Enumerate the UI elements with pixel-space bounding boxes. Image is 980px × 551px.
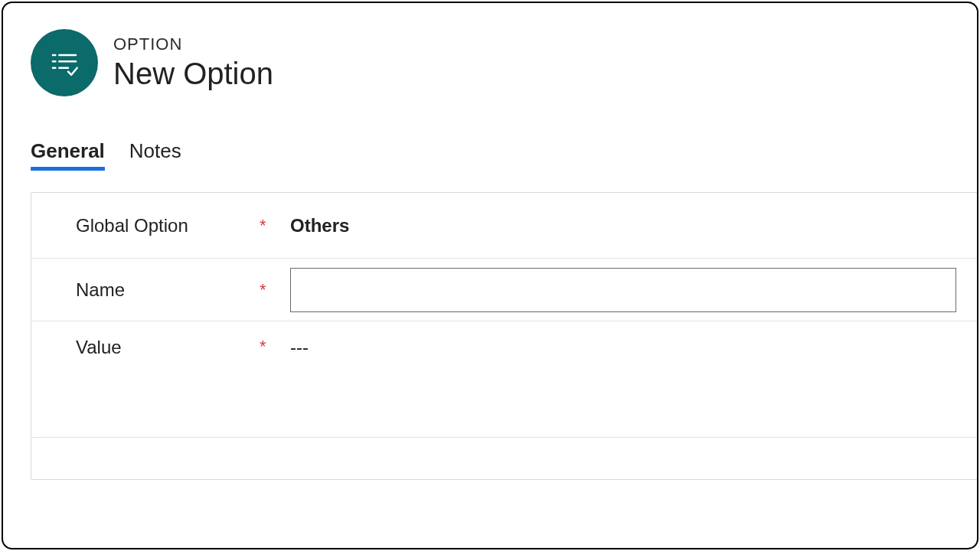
value-label: Value [76,337,260,358]
tab-notes[interactable]: Notes [129,139,181,169]
global-option-label: Global Option [76,215,260,236]
value-value[interactable]: --- [290,337,977,358]
name-input[interactable] [290,268,956,312]
field-row-name: Name * [31,259,977,321]
header-text: OPTION New Option [113,34,273,91]
name-field-wrap [290,268,977,312]
required-mark: * [260,216,290,236]
field-row-empty [31,438,977,479]
window-frame: OPTION New Option General Notes Global O… [2,2,978,549]
global-option-text: Others [290,215,349,236]
option-list-icon [31,29,98,96]
global-option-value[interactable]: Others [290,215,977,236]
tabs: General Notes [31,139,977,169]
required-mark: * [260,280,290,300]
tab-general[interactable]: General [31,139,105,169]
name-label: Name [76,279,260,301]
entity-type-label: OPTION [113,34,273,54]
general-panel: Global Option * Others Name * Value * --… [31,192,977,480]
page-title: New Option [113,56,273,91]
field-row-global-option: Global Option * Others [31,193,977,259]
field-row-value: Value * --- [31,321,977,438]
value-text: --- [290,337,309,358]
record-header: OPTION New Option [3,3,977,96]
required-mark: * [260,337,290,357]
